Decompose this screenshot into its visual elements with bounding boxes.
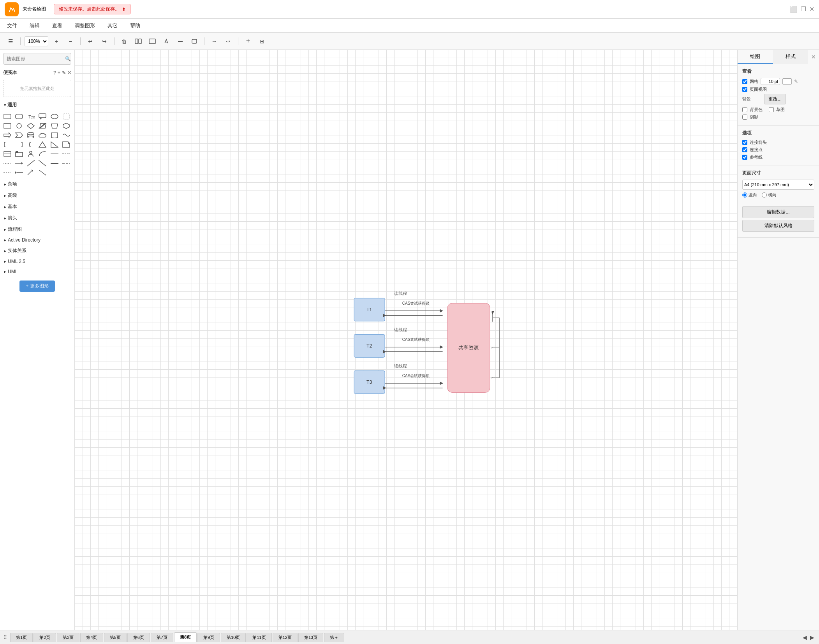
grid-color-swatch[interactable] (782, 78, 792, 85)
shape-arc[interactable] (37, 150, 48, 158)
page-size-select[interactable]: A4 (210 mm x 297 mm) A3 A5 Letter Legal (742, 180, 814, 190)
menu-edit[interactable]: 编辑 (27, 21, 42, 31)
sidebar-item-active-directory[interactable]: ▸ Active Directory (0, 235, 74, 245)
sidebar-item-advanced[interactable]: ▸ 高级 (0, 190, 74, 201)
sidebar-item-entity-relation[interactable]: ▸ 实体关系 (0, 245, 74, 256)
shape-brace[interactable] (26, 140, 36, 149)
page-tab-add[interactable]: 第＋ (324, 633, 344, 642)
shape-btn[interactable] (188, 36, 200, 47)
page-tab-9[interactable]: 第9页 (197, 633, 220, 642)
connect-arrows-checkbox[interactable] (742, 140, 747, 145)
zoom-in-btn[interactable]: + (51, 36, 62, 47)
panel-close-btn[interactable]: ✕ (808, 50, 819, 64)
tab-style[interactable]: 样式 (773, 50, 808, 64)
scratchpad-close-icon[interactable]: ✕ (67, 70, 71, 76)
zoom-select[interactable]: 100% 75% 150% 200% (25, 36, 48, 46)
portrait-radio[interactable] (742, 192, 747, 198)
section-general-header[interactable]: ▾ 通用 (0, 99, 74, 111)
page-tab-10[interactable]: 第10页 (221, 633, 246, 642)
grid-edit-icon[interactable]: ✎ (794, 79, 798, 84)
grid-value-input[interactable] (761, 78, 780, 85)
line-color-btn[interactable] (174, 36, 186, 47)
bg-color-checkbox[interactable] (742, 107, 747, 112)
shape-cylinder[interactable] (26, 131, 36, 139)
guidelines-checkbox[interactable] (742, 155, 747, 160)
shape-diagonal1[interactable] (26, 159, 36, 168)
shape-dashed-line[interactable] (61, 159, 71, 168)
page-tab-7[interactable]: 第7页 (151, 633, 173, 642)
shape-placeholder[interactable] (61, 112, 71, 121)
shape-rounded-rect[interactable] (14, 112, 24, 121)
page-tab-1[interactable]: 第1页 (10, 633, 33, 642)
landscape-radio[interactable] (762, 192, 767, 198)
shape-diag3[interactable] (26, 168, 36, 177)
maximize-icon[interactable]: ❐ (801, 5, 806, 13)
shape-ellipse[interactable] (49, 112, 60, 121)
shape-line-arrow[interactable] (14, 159, 24, 168)
shape-trapezoid[interactable] (49, 122, 60, 130)
page-tab-13[interactable]: 第13页 (298, 633, 323, 642)
table-btn[interactable]: ⊞ (256, 36, 268, 47)
shape-hexagon[interactable] (61, 122, 71, 130)
page-tab-8[interactable]: 第8页 (174, 632, 197, 642)
scratchpad-edit-icon[interactable]: ✎ (62, 70, 66, 76)
shape-doc[interactable] (49, 131, 60, 139)
shape-triangle[interactable] (37, 140, 48, 149)
sidebar-toggle-btn[interactable]: ☰ (5, 36, 16, 47)
page-tab-2[interactable]: 第2页 (33, 633, 56, 642)
tab-draw[interactable]: 绘图 (738, 50, 773, 64)
grid-checkbox[interactable] (742, 79, 747, 84)
sidebar-item-arrows[interactable]: ▸ 箭头 (0, 212, 74, 224)
shape-line-dot[interactable] (2, 159, 12, 168)
canvas[interactable]: 读线程 T1 CAS尝试获得锁 (75, 50, 737, 630)
canvas-area[interactable]: 读线程 T1 CAS尝试获得锁 (75, 50, 737, 630)
shadow-checkbox[interactable] (742, 115, 747, 120)
menu-other[interactable]: 其它 (105, 21, 120, 31)
shape-rect3[interactable] (2, 150, 12, 158)
shape-frame[interactable] (14, 150, 24, 158)
page-tab-6[interactable]: 第6页 (127, 633, 150, 642)
page-tab-4[interactable]: 第4页 (80, 633, 103, 642)
zoom-out-btn[interactable]: − (65, 36, 76, 47)
shape-note[interactable] (61, 140, 71, 149)
shape-bracket-l[interactable] (2, 140, 12, 149)
waypoint-btn[interactable]: ⤻ (222, 36, 234, 47)
shape-line-dash[interactable] (61, 150, 71, 158)
format-btn-1[interactable] (132, 36, 144, 47)
shape-arrow-line[interactable] (14, 168, 24, 177)
connection-points-checkbox[interactable] (742, 147, 747, 152)
shape-chevron[interactable] (14, 131, 24, 139)
shape-diagonal2[interactable] (37, 159, 48, 168)
thread-box-t3[interactable]: T3 (354, 370, 385, 393)
page-view-checkbox[interactable] (742, 87, 747, 92)
page-next-btn[interactable]: ▶ (808, 634, 816, 640)
shape-rtriangle[interactable] (49, 140, 60, 149)
shape-bracket-r[interactable] (14, 140, 24, 149)
page-menu-icon[interactable]: ⠿ (3, 634, 7, 640)
menu-adjust[interactable]: 调整图形 (72, 21, 97, 31)
menu-file[interactable]: 文件 (5, 21, 19, 31)
background-more-btn[interactable]: 更改... (764, 94, 786, 104)
shape-circle[interactable] (14, 122, 24, 130)
thread-box-t2[interactable]: T2 (354, 334, 385, 357)
shape-wave[interactable] (61, 131, 71, 139)
shape-rectangle[interactable] (2, 112, 12, 121)
shape-cloud[interactable] (37, 131, 48, 139)
shape-arrow-r[interactable] (2, 131, 12, 139)
page-prev-btn[interactable]: ◀ (801, 634, 808, 640)
shape-solid-line[interactable] (49, 159, 60, 168)
undo-btn[interactable]: ↩ (85, 36, 96, 47)
sidebar-item-flowchart[interactable]: ▸ 流程图 (0, 224, 74, 235)
redo-btn[interactable]: ↪ (99, 36, 110, 47)
shape-person[interactable] (26, 150, 36, 158)
shape-callout[interactable] (37, 112, 48, 121)
page-tab-12[interactable]: 第12页 (273, 633, 298, 642)
scratchpad-help-icon[interactable]: ? (53, 70, 56, 76)
shape-diamond[interactable] (26, 122, 36, 130)
connection-btn[interactable]: → (208, 36, 220, 47)
page-tab-3[interactable]: 第3页 (57, 633, 79, 642)
scratchpad-add-icon[interactable]: + (58, 70, 60, 76)
search-input[interactable] (7, 56, 65, 62)
shape-parallelogram[interactable] (37, 122, 48, 130)
shared-resource[interactable]: 共享资源 (447, 303, 490, 393)
